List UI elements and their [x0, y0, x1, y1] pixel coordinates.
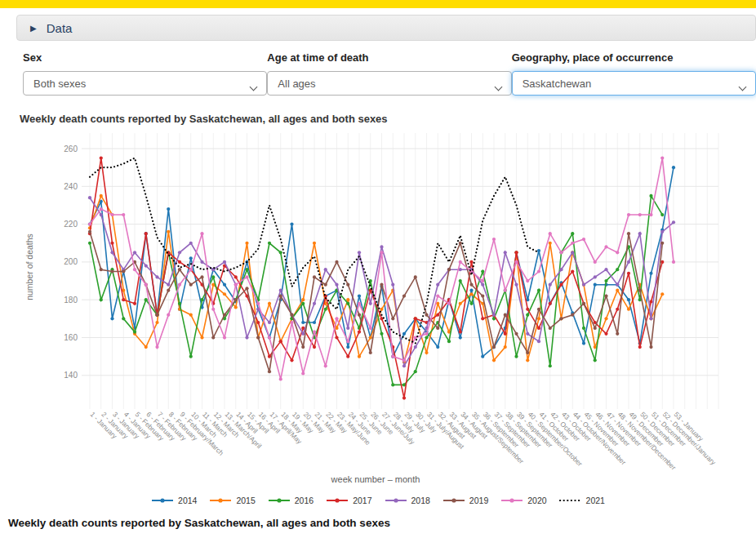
legend-swatch-icon	[559, 496, 582, 505]
data-point-2018	[414, 345, 417, 349]
data-point-2015	[358, 355, 361, 358]
legend-item-2020[interactable]: 2020	[500, 496, 546, 505]
data-point-2016	[526, 314, 529, 317]
data-point-2015	[346, 298, 349, 301]
data-point-2018	[436, 283, 439, 287]
data-point-2020	[279, 377, 282, 380]
data-point-2017	[279, 340, 282, 343]
geography-select[interactable]: Saskatchewan	[512, 71, 756, 96]
data-point-2020	[537, 269, 540, 273]
data-point-2015	[223, 292, 226, 296]
filter-sex: Sex Both sexes	[23, 51, 267, 96]
data-accordion-header[interactable]: ▶ Data	[16, 15, 756, 41]
y-tick-label: 180	[64, 296, 78, 305]
data-point-2020	[268, 336, 271, 339]
data-point-2019	[88, 230, 91, 233]
data-point-2018	[110, 251, 113, 254]
data-point-2020	[526, 279, 529, 282]
data-point-2018	[88, 196, 91, 199]
data-point-2014	[537, 249, 540, 252]
data-point-2017	[100, 156, 103, 159]
legend-item-2017[interactable]: 2017	[326, 496, 371, 505]
legend-item-2018[interactable]: 2018	[385, 496, 430, 505]
data-point-2020	[178, 283, 181, 287]
legend-swatch-icon	[500, 496, 523, 505]
legend-item-2014[interactable]: 2014	[151, 496, 197, 505]
legend-label: 2015	[236, 496, 255, 505]
data-point-2017	[145, 232, 148, 235]
data-point-2018	[594, 275, 597, 278]
legend-item-2021[interactable]: 2021	[559, 496, 605, 505]
data-point-2019	[268, 370, 271, 373]
data-point-2016	[414, 370, 417, 373]
table-section-title: Weekly death counts reported by Saskatch…	[8, 517, 756, 529]
data-point-2019	[290, 314, 293, 317]
data-point-2020	[133, 268, 136, 271]
data-point-2016	[324, 308, 327, 311]
data-point-2017	[290, 358, 293, 362]
legend-item-2015[interactable]: 2015	[209, 496, 255, 505]
data-point-2017	[234, 275, 238, 278]
data-point-2016	[447, 340, 451, 343]
age-select[interactable]: All ages	[267, 71, 511, 96]
data-point-2017	[402, 396, 406, 399]
legend-item-2016[interactable]: 2016	[268, 496, 314, 505]
data-point-2020	[504, 289, 507, 292]
data-point-2017	[414, 317, 417, 320]
data-point-2020	[604, 245, 607, 248]
data-point-2018	[627, 260, 630, 264]
data-point-2015	[604, 317, 607, 320]
data-point-2018	[391, 283, 394, 287]
data-point-2015	[537, 317, 540, 320]
data-point-2014	[672, 166, 675, 169]
data-point-2020	[145, 283, 148, 287]
data-point-2019	[301, 345, 305, 349]
chevron-down-icon: All ages	[267, 76, 511, 90]
data-point-2016	[649, 194, 652, 198]
data-point-2020	[110, 213, 113, 216]
legend-item-2019[interactable]: 2019	[442, 496, 488, 505]
data-point-2015	[504, 345, 507, 349]
data-point-2020	[559, 251, 563, 254]
y-tick-label: 240	[64, 182, 78, 191]
data-point-2015	[301, 298, 305, 301]
data-point-2019	[514, 332, 518, 336]
data-point-2016	[133, 330, 136, 333]
data-point-2018	[313, 302, 316, 305]
data-point-2014	[436, 345, 439, 349]
data-point-2019	[604, 294, 607, 297]
data-point-2018	[245, 336, 248, 339]
data-point-2020	[660, 156, 664, 159]
data-point-2016	[189, 355, 193, 358]
data-point-2015	[335, 327, 338, 330]
data-point-2015	[469, 292, 473, 296]
data-point-2017	[649, 300, 652, 303]
data-point-2020	[167, 314, 170, 317]
data-point-2019	[414, 275, 417, 278]
data-point-2016	[88, 242, 91, 245]
data-point-2020	[301, 371, 305, 375]
data-point-2016	[380, 332, 383, 336]
data-point-2014	[313, 321, 316, 324]
data-point-2020	[358, 302, 361, 305]
data-point-2014	[110, 317, 113, 320]
data-point-2015	[189, 314, 193, 317]
legend-swatch-icon	[385, 496, 407, 505]
data-point-2020	[616, 251, 619, 254]
data-point-2020	[122, 213, 125, 216]
filter-age: Age at time of death All ages	[267, 51, 511, 96]
data-point-2017	[638, 345, 642, 349]
data-point-2020	[324, 364, 327, 367]
legend-swatch-icon	[151, 496, 174, 505]
data-point-2020	[492, 238, 496, 241]
data-point-2017	[604, 332, 607, 336]
data-point-2014	[358, 294, 361, 297]
data-point-2018	[369, 302, 372, 305]
data-point-2016	[582, 327, 585, 330]
data-point-2014	[459, 336, 462, 339]
y-tick-label: 260	[64, 145, 78, 153]
data-point-2020	[594, 260, 597, 264]
data-point-2016	[481, 269, 484, 273]
data-point-2019	[402, 294, 406, 297]
sex-select[interactable]: Both sexes	[23, 71, 267, 96]
